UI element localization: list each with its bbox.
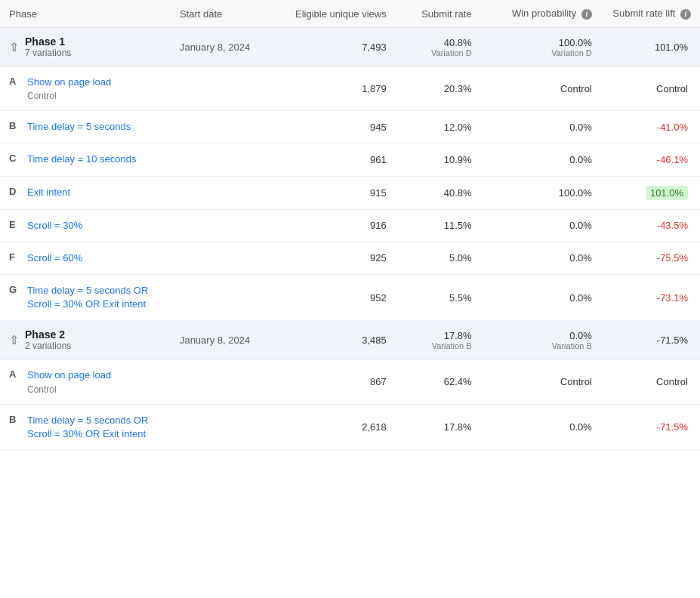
variation-eligible-views: 915 [283, 176, 396, 209]
variation-submit-rate: 5.0% [396, 242, 481, 274]
variation-start-date [171, 274, 283, 320]
col-phase: Phase [0, 0, 171, 28]
variation-name-link[interactable]: Exit intent [27, 186, 70, 198]
variation-win-probability: 0.0% [481, 111, 601, 143]
table-row: D Exit intent 915 40.8% 100.0% 101.0% [0, 176, 700, 209]
variation-letter: A [9, 368, 20, 380]
variation-letter: A [9, 76, 20, 87]
col-start-date: Start date [171, 0, 283, 28]
variation-lift: -73.1% [601, 274, 700, 320]
variation-start-date [171, 66, 283, 111]
variation-name-link[interactable]: Time delay = 5 seconds OR Scroll = 30% O… [27, 285, 148, 310]
phase-submit-rate: 40.8% Variation D [396, 28, 481, 66]
variation-submit-rate: 10.9% [396, 143, 481, 176]
table-header: Phase Start date Eligible unique views S… [0, 0, 700, 28]
variation-eligible-views: 916 [283, 209, 396, 242]
variation-name-link[interactable]: Show on page load [27, 76, 111, 88]
variation-letter: F [9, 251, 20, 263]
phase-win-probability: 100.0% Variation D [481, 28, 601, 66]
col-eligible-views: Eligible unique views [283, 0, 396, 28]
variation-win-probability: 0.0% [481, 404, 601, 450]
variation-lift: 101.0% [601, 176, 700, 209]
phase-collapse-icon[interactable]: ⇧ [9, 333, 19, 347]
submit-rate-lift-info-icon[interactable]: i [680, 9, 691, 20]
phase-lift: -71.5% [601, 321, 700, 359]
variation-start-date [171, 404, 283, 450]
variation-eligible-views: 961 [283, 143, 396, 176]
variation-lift: -71.5% [601, 404, 700, 450]
variation-start-date [171, 143, 283, 176]
variation-win-probability: Control [481, 66, 601, 111]
table-row: B Time delay = 5 seconds OR Scroll = 30%… [0, 404, 700, 450]
variation-name-cell: A Show on page load Control [0, 66, 171, 111]
variation-lift: -41.0% [601, 111, 700, 143]
variation-eligible-views: 867 [283, 359, 396, 404]
variation-name-cell: E Scroll = 30% [0, 209, 171, 242]
variation-name-link[interactable]: Scroll = 30% [27, 220, 82, 231]
variation-start-date [171, 242, 283, 274]
phase-eligible-views: 3,485 [283, 321, 396, 359]
phase-variations-count: 7 variations [25, 48, 71, 58]
phase-row-1: ⇧ Phase 1 7 variations January 8, 2024 7… [0, 28, 700, 66]
table-row: G Time delay = 5 seconds OR Scroll = 30%… [0, 274, 700, 320]
phase-name: Phase 1 [25, 35, 71, 48]
variation-letter: D [9, 186, 20, 197]
variation-lift: Control [601, 359, 700, 404]
col-win-probability: Win probability i [481, 0, 601, 28]
variation-lift: -46.1% [601, 143, 700, 176]
variation-name-cell: C Time delay = 10 seconds [0, 143, 171, 176]
table-row: E Scroll = 30% 916 11.5% 0.0% -43.5% [0, 209, 700, 242]
variation-name-cell: B Time delay = 5 seconds [0, 111, 171, 143]
col-submit-rate-lift: Submit rate lift i [601, 0, 700, 28]
variation-name-link[interactable]: Show on page load [27, 369, 111, 381]
variation-win-probability: Control [481, 359, 601, 404]
phase-start-date: January 8, 2024 [171, 28, 283, 66]
variation-letter: B [9, 120, 20, 131]
variation-submit-rate: 17.8% [396, 404, 481, 450]
phase-name: Phase 2 [25, 328, 71, 341]
variation-letter: C [9, 153, 20, 164]
variation-name-cell: A Show on page load Control [0, 359, 171, 404]
variation-submit-rate: 20.3% [396, 66, 481, 111]
phase-variations-count: 2 variations [25, 341, 71, 351]
phase-row-2: ⇧ Phase 2 2 variations January 8, 2024 3… [0, 321, 700, 359]
variation-eligible-views: 945 [283, 111, 396, 143]
variation-win-probability: 0.0% [481, 242, 601, 274]
variation-submit-rate: 40.8% [396, 176, 481, 209]
variation-name-cell: F Scroll = 60% [0, 242, 171, 274]
phase-collapse-icon[interactable]: ⇧ [9, 40, 19, 54]
col-submit-rate: Submit rate [396, 0, 481, 28]
win-probability-info-icon[interactable]: i [581, 9, 592, 20]
variation-submit-rate: 62.4% [396, 359, 481, 404]
variation-eligible-views: 925 [283, 242, 396, 274]
phase-name-cell: ⇧ Phase 1 7 variations [0, 28, 171, 66]
variation-letter: G [9, 284, 20, 295]
variation-win-probability: 100.0% [481, 176, 601, 209]
variation-lift: Control [601, 66, 700, 111]
variation-name-cell: G Time delay = 5 seconds OR Scroll = 30%… [0, 274, 171, 320]
table-row: C Time delay = 10 seconds 961 10.9% 0.0%… [0, 143, 700, 176]
table-row: F Scroll = 60% 925 5.0% 0.0% -75.5% [0, 242, 700, 274]
phase-lift: 101.0% [601, 28, 700, 66]
phase-eligible-views: 7,493 [283, 28, 396, 66]
variation-eligible-views: 1,879 [283, 66, 396, 111]
variation-lift: -75.5% [601, 242, 700, 274]
variation-name-link[interactable]: Scroll = 60% [27, 252, 82, 264]
variation-name-link[interactable]: Time delay = 5 seconds [27, 121, 131, 132]
variation-letter: E [9, 219, 20, 230]
variation-name-link[interactable]: Time delay = 5 seconds OR Scroll = 30% O… [27, 415, 148, 439]
variation-submit-rate: 11.5% [396, 209, 481, 242]
variation-letter: B [9, 414, 20, 425]
control-label: Control [27, 91, 111, 101]
variation-start-date [171, 111, 283, 143]
variation-win-probability: 0.0% [481, 209, 601, 242]
phases-table: Phase Start date Eligible unique views S… [0, 0, 700, 451]
variation-name-link[interactable]: Time delay = 10 seconds [27, 153, 136, 165]
phase-name-cell: ⇧ Phase 2 2 variations [0, 321, 171, 359]
variation-start-date [171, 359, 283, 404]
variation-win-probability: 0.0% [481, 143, 601, 176]
variation-start-date [171, 176, 283, 209]
variation-start-date [171, 209, 283, 242]
variation-eligible-views: 2,618 [283, 404, 396, 450]
variation-name-cell: D Exit intent [0, 176, 171, 209]
